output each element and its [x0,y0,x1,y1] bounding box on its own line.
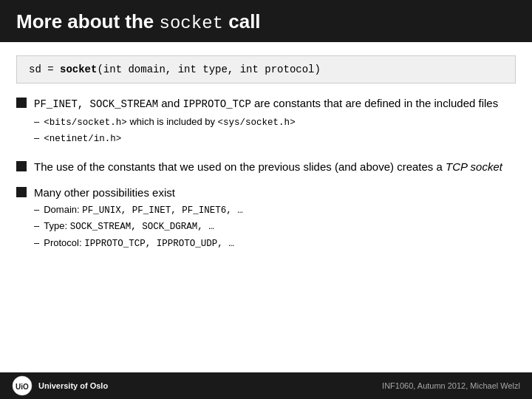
uio-logo-icon: UiO [12,375,33,396]
slide: More about the socket call sd = socket(i… [0,0,532,399]
sub-bullets-3: – Domain: PF_UNIX, PF_INET, PF_INET6, … … [34,203,243,251]
sub-text-1-1: <bits/socket.h> which is included by <sy… [44,115,295,130]
code-box: sd = socket(int domain, int type, int pr… [16,55,516,83]
code-socket-keyword: socket [60,64,97,75]
code-sd: sd = [29,64,60,75]
sub-text-3-2: Type: SOCK_STREAM, SOCK_DGRAM, … [44,219,214,234]
content-area: PF_INET, SOCK_STREAM and IPPROTO_TCP are… [0,91,532,253]
sub-text-3-3: Protocol: IPPROTO_TCP, IPPROTO_UDP, … [44,236,233,251]
tcp-socket-italic: TCP socket [446,160,502,173]
footer-course-info: INF1060, Autumn 2012, Michael Welzl [382,381,520,390]
netinet-in: <netinet/in.h> [44,134,121,144]
title-mono: socket [160,13,223,33]
sub-bullet-1-2: – <netinet/in.h> [34,132,498,146]
title-prefix: More about the [16,10,160,33]
dash-3-1: – [34,203,39,216]
dash-3-3: – [34,236,39,250]
bullet-text-2: The use of the constants that we used on… [34,159,502,174]
b1-pf-inet: PF_INET, SOCK_STREAM [34,98,158,110]
sub-bullet-3-3: – Protocol: IPPROTO_TCP, IPPROTO_UDP, … [34,236,243,251]
sub-bullets-1: – <bits/socket.h> which is included by <… [34,115,498,146]
slide-title: More about the socket call [16,10,516,33]
dash-1-1: – [34,115,39,129]
svg-text:UiO: UiO [16,383,29,391]
sub-bullet-1-1: – <bits/socket.h> which is included by <… [34,115,498,130]
footer-university-name: University of Oslo [38,381,108,390]
header: More about the socket call [0,0,532,42]
bullet-item-2: The use of the constants that we used on… [16,159,516,174]
bits-socket: <bits/socket.h> [44,117,127,128]
dash-1-2: – [34,132,39,145]
sub-bullet-3-2: – Type: SOCK_STREAM, SOCK_DGRAM, … [34,219,243,234]
bullet-square-3 [16,187,27,197]
bullet-square-2 [16,161,27,171]
sys-socket: <sys/socket.h> [218,117,296,128]
sub-bullet-3-1: – Domain: PF_UNIX, PF_INET, PF_INET6, … [34,203,243,218]
bullet-item-1: PF_INET, SOCK_STREAM and IPPROTO_TCP are… [16,95,516,149]
footer: UiO University of Oslo INF1060, Autumn 2… [0,372,532,399]
protocol-values: IPPROTO_TCP, IPPROTO_UDP, … [84,239,234,249]
b1-ipproto: IPPROTO_TCP [183,98,250,110]
dash-3-2: – [34,219,39,233]
title-suffix: call [223,10,261,33]
sub-text-1-2: <netinet/in.h> [44,132,121,146]
type-values: SOCK_STREAM, SOCK_DGRAM, … [70,222,214,232]
bullet-square-1 [16,98,27,108]
code-params: (int domain, int type, int protocol) [97,64,320,75]
bullet-item-3: Many other possibilities exist – Domain:… [16,185,516,253]
bullet-text-3: Many other possibilities exist – Domain:… [34,185,243,253]
sub-text-3-1: Domain: PF_UNIX, PF_INET, PF_INET6, … [44,203,243,218]
domain-values: PF_UNIX, PF_INET, PF_INET6, … [82,205,243,216]
bullet-text-1: PF_INET, SOCK_STREAM and IPPROTO_TCP are… [34,95,498,149]
footer-logo-area: UiO University of Oslo [12,375,108,396]
